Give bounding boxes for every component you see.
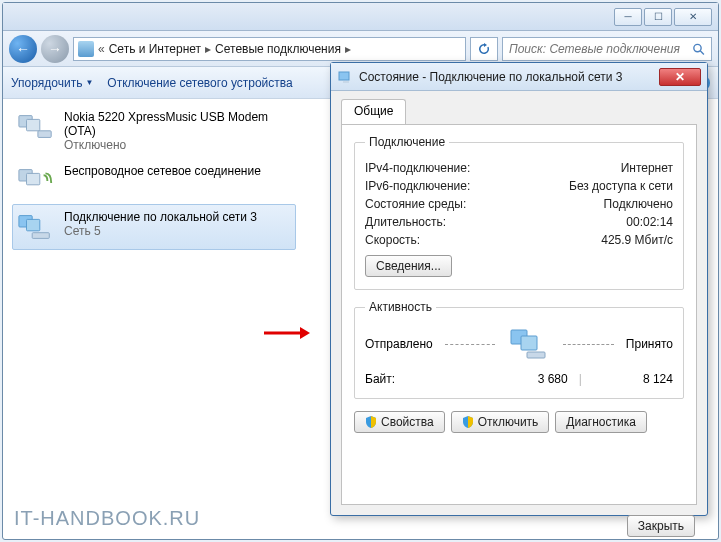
refresh-button[interactable]	[470, 37, 498, 61]
button-label: Свойства	[381, 415, 434, 429]
bytes-recv-value: 8 124	[593, 372, 673, 386]
ipv4-label: IPv4-подключение:	[365, 161, 470, 175]
search-input[interactable]	[509, 42, 688, 56]
network-icon	[16, 164, 56, 198]
svg-rect-15	[521, 336, 537, 350]
tab-body: Подключение IPv4-подключение:Интернет IP…	[341, 125, 697, 505]
activity-icon	[507, 326, 551, 362]
search-box[interactable]	[502, 37, 712, 61]
minimize-button[interactable]: ─	[614, 8, 642, 26]
dialog-close-button[interactable]: ✕	[659, 68, 701, 86]
svg-rect-16	[527, 352, 545, 358]
dialog-icon	[337, 69, 353, 85]
tab-general[interactable]: Общие	[341, 99, 406, 124]
maximize-button[interactable]: ☐	[644, 8, 672, 26]
svg-rect-6	[27, 173, 40, 184]
organize-button[interactable]: Упорядочить ▼	[11, 76, 93, 90]
shield-icon	[365, 416, 377, 428]
ipv6-label: IPv6-подключение:	[365, 179, 470, 193]
chevron-icon: ▸	[345, 42, 351, 56]
bytes-sent-value: 3 680	[488, 372, 568, 386]
chevron-icon: «	[98, 42, 105, 56]
path-icon	[78, 41, 94, 57]
sent-label: Отправлено	[365, 337, 433, 351]
media-value: Подключено	[604, 197, 673, 211]
watermark: IT-HANDBOOK.RU	[14, 507, 200, 530]
svg-rect-9	[32, 233, 49, 239]
forward-button[interactable]: →	[41, 35, 69, 63]
media-label: Состояние среды:	[365, 197, 466, 211]
status-dialog: Состояние - Подключение по локальной сет…	[330, 62, 708, 516]
breadcrumb-seg1[interactable]: Сеть и Интернет	[109, 42, 201, 56]
details-button[interactable]: Сведения...	[365, 255, 452, 277]
arrow-annotation	[264, 326, 310, 343]
back-button[interactable]: ←	[9, 35, 37, 63]
search-icon	[692, 42, 705, 56]
speed-label: Скорость:	[365, 233, 420, 247]
list-item[interactable]: Nokia 5220 XpressMusic USB Modem (OTA) О…	[12, 104, 296, 158]
duration-value: 00:02:14	[626, 215, 673, 229]
disable-button[interactable]: Отключить	[451, 411, 550, 433]
refresh-icon	[477, 42, 491, 56]
network-icon	[16, 110, 56, 144]
network-icon	[16, 210, 56, 244]
tab-strip: Общие	[341, 99, 697, 125]
ipv6-value: Без доступа к сети	[569, 179, 673, 193]
close-dialog-button[interactable]: Закрыть	[627, 515, 695, 537]
close-button[interactable]: ✕	[674, 8, 712, 26]
dialog-title: Состояние - Подключение по локальной сет…	[359, 70, 659, 84]
disable-device-button[interactable]: Отключение сетевого устройства	[107, 76, 292, 90]
dash-line	[445, 344, 496, 345]
item-title: Подключение по локальной сети 3	[64, 210, 257, 224]
separator: |	[570, 372, 590, 386]
list-item[interactable]: Беспроводное сетевое соединение	[12, 158, 296, 204]
svg-rect-4	[38, 131, 51, 138]
svg-rect-8	[27, 219, 40, 230]
svg-marker-11	[300, 327, 310, 339]
svg-rect-13	[343, 81, 349, 83]
chevron-down-icon: ▼	[85, 78, 93, 87]
item-title: Nokia 5220 XpressMusic USB Modem (OTA)	[64, 110, 292, 138]
activity-group: Активность Отправлено Принято Байт: 3 68…	[354, 300, 684, 399]
properties-button[interactable]: Свойства	[354, 411, 445, 433]
list-item-selected[interactable]: Подключение по локальной сети 3 Сеть 5	[12, 204, 296, 250]
button-label: Отключить	[478, 415, 539, 429]
item-title: Беспроводное сетевое соединение	[64, 164, 261, 178]
duration-label: Длительность:	[365, 215, 446, 229]
toolbar-label: Упорядочить	[11, 76, 82, 90]
main-titlebar: ─ ☐ ✕	[3, 3, 718, 31]
svg-rect-12	[339, 72, 349, 80]
svg-line-1	[700, 50, 704, 54]
dash-line	[563, 344, 614, 345]
recv-label: Принято	[626, 337, 673, 351]
path-box[interactable]: « Сеть и Интернет ▸ Сетевые подключения …	[73, 37, 466, 61]
shield-icon	[462, 416, 474, 428]
group-legend: Активность	[365, 300, 436, 314]
group-legend: Подключение	[365, 135, 449, 149]
dialog-titlebar: Состояние - Подключение по локальной сет…	[331, 63, 707, 91]
ipv4-value: Интернет	[621, 161, 673, 175]
network-list: Nokia 5220 XpressMusic USB Modem (OTA) О…	[4, 100, 304, 254]
svg-rect-3	[27, 119, 40, 130]
breadcrumb-seg2[interactable]: Сетевые подключения	[215, 42, 341, 56]
toolbar-label: Отключение сетевого устройства	[107, 76, 292, 90]
item-sub: Отключено	[64, 138, 292, 152]
svg-point-0	[694, 44, 701, 51]
speed-value: 425.9 Мбит/с	[601, 233, 673, 247]
bytes-label: Байт:	[365, 372, 485, 386]
item-sub: Сеть 5	[64, 224, 257, 238]
connection-group: Подключение IPv4-подключение:Интернет IP…	[354, 135, 684, 290]
chevron-icon: ▸	[205, 42, 211, 56]
diagnostics-button[interactable]: Диагностика	[555, 411, 647, 433]
